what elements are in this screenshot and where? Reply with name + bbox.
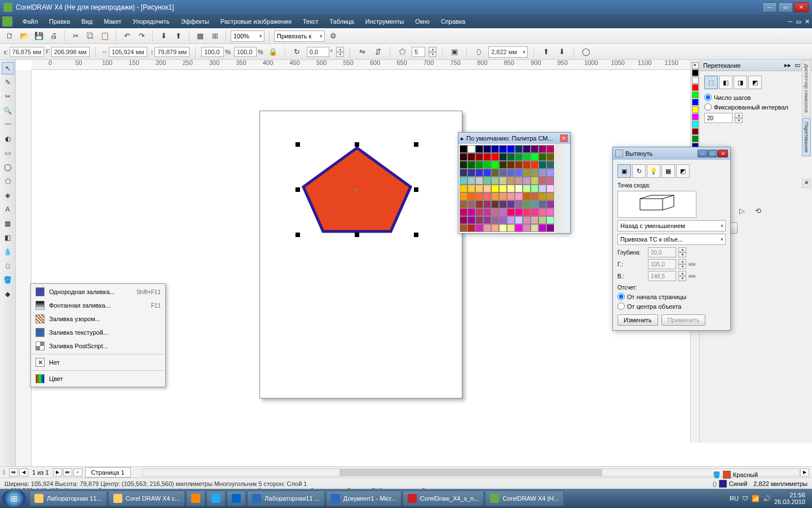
color-swatch[interactable] bbox=[460, 208, 467, 216]
undo-button[interactable]: ↶ bbox=[121, 30, 133, 42]
color-swatch[interactable] bbox=[531, 185, 539, 192]
color-swatch[interactable] bbox=[483, 145, 491, 153]
color-swatch[interactable] bbox=[531, 161, 539, 169]
color-swatch[interactable] bbox=[539, 145, 546, 153]
x-field[interactable]: 76,875 мм bbox=[10, 47, 45, 57]
color-swatch[interactable] bbox=[546, 216, 554, 224]
extrude-max-button[interactable]: ▭ bbox=[708, 150, 718, 157]
color-swatch[interactable] bbox=[499, 177, 507, 185]
extrude-min-button[interactable]: ─ bbox=[698, 150, 708, 157]
color-swatch[interactable] bbox=[483, 216, 491, 224]
mirror-v-button[interactable]: ⇵ bbox=[372, 46, 384, 58]
add-page-button[interactable]: + bbox=[73, 468, 82, 476]
next-page-button[interactable]: ▶ bbox=[53, 468, 62, 476]
color-swatch[interactable] bbox=[499, 145, 507, 153]
steps-radio[interactable] bbox=[704, 94, 712, 101]
colorbar-swatch[interactable] bbox=[692, 99, 699, 106]
vertical-ruler[interactable] bbox=[16, 70, 32, 466]
colorbar-swatch[interactable] bbox=[692, 128, 699, 135]
taskbar-item-1[interactable]: Corel DRAW X4 c... bbox=[108, 491, 186, 506]
taskbar-item-0[interactable]: Лабораторная 11... bbox=[29, 491, 107, 506]
color-swatch[interactable] bbox=[515, 216, 523, 224]
color-swatch[interactable] bbox=[475, 208, 483, 216]
color-swatch[interactable] bbox=[491, 177, 499, 185]
blend-steps-tab[interactable]: ⬚ bbox=[704, 76, 718, 89]
first-page-button[interactable]: ⏮ bbox=[9, 468, 18, 476]
taskbar-item-6[interactable]: Документ1 - Micr... bbox=[326, 491, 401, 506]
color-swatch[interactable] bbox=[515, 153, 523, 161]
tray-network-icon[interactable]: 📶 bbox=[752, 495, 760, 502]
color-swatch[interactable] bbox=[507, 224, 515, 232]
fixed-radio[interactable] bbox=[704, 103, 712, 111]
color-swatch[interactable] bbox=[499, 208, 507, 216]
outline-width-combo[interactable]: 2,822 мм bbox=[488, 46, 528, 58]
menu-effects[interactable]: Эффекты bbox=[175, 16, 215, 27]
interactive-fill-tool[interactable]: ◆ bbox=[2, 288, 14, 300]
zoom-combo[interactable]: 100% bbox=[231, 30, 264, 42]
menu-bitmaps[interactable]: Растровые изображения bbox=[215, 16, 297, 27]
mirror-h-button[interactable]: ⇋ bbox=[356, 46, 368, 58]
color-swatch[interactable] bbox=[523, 161, 531, 169]
color-swatch[interactable] bbox=[515, 145, 523, 153]
color-swatch[interactable] bbox=[499, 200, 507, 208]
color-swatch[interactable] bbox=[523, 177, 531, 185]
selection-handle-n[interactable] bbox=[355, 142, 359, 147]
side-tab-blend[interactable]: Перетекание bbox=[802, 118, 811, 156]
outline-tool[interactable]: ⬯ bbox=[2, 260, 14, 272]
color-swatch[interactable] bbox=[467, 169, 475, 177]
selection-handle-sw[interactable] bbox=[295, 233, 300, 237]
menu-tools[interactable]: Инструменты bbox=[360, 16, 410, 27]
color-swatch[interactable] bbox=[539, 224, 546, 232]
app-launcher-button[interactable]: ▦ bbox=[194, 30, 206, 42]
color-swatch[interactable] bbox=[460, 192, 467, 200]
scale-x-field[interactable]: 100,0 bbox=[201, 47, 224, 57]
taskbar-item-5[interactable]: Лабораторная11 ... bbox=[247, 491, 325, 506]
colorbar-swatch[interactable] bbox=[692, 106, 699, 113]
pattern-fill-item[interactable]: Заливка узором... bbox=[31, 312, 165, 326]
color-swatch[interactable] bbox=[467, 192, 475, 200]
color-swatch[interactable] bbox=[515, 208, 523, 216]
extrude-light-tab[interactable]: 💡 bbox=[647, 164, 660, 178]
selection-handle-nw[interactable] bbox=[295, 142, 300, 147]
mdi-minimize-button[interactable]: ─ bbox=[788, 18, 792, 25]
color-swatch[interactable] bbox=[515, 161, 523, 169]
color-swatch[interactable] bbox=[531, 177, 539, 185]
y-field[interactable]: 206,998 мм bbox=[51, 47, 90, 57]
palette-close-button[interactable]: ✕ bbox=[560, 134, 568, 142]
color-swatch[interactable] bbox=[539, 208, 546, 216]
export-button[interactable]: ⬆ bbox=[172, 30, 184, 42]
color-swatch[interactable] bbox=[546, 185, 554, 192]
interactive-tool[interactable]: ◧ bbox=[2, 231, 14, 244]
color-swatch[interactable] bbox=[467, 185, 475, 192]
convert-curves-button[interactable]: ◯ bbox=[580, 46, 592, 58]
color-swatch[interactable] bbox=[460, 200, 467, 208]
width-field[interactable]: 105,924 мм bbox=[109, 47, 147, 57]
smart-fill-tool[interactable]: ◐ bbox=[2, 133, 14, 145]
sides-spinner[interactable]: ▴▾ bbox=[429, 47, 436, 57]
colorbar-swatch[interactable] bbox=[692, 69, 699, 76]
ref-page-radio[interactable] bbox=[617, 293, 625, 300]
color-swatch[interactable] bbox=[460, 169, 467, 177]
colorbar-swatch[interactable] bbox=[692, 113, 699, 120]
color-swatch[interactable] bbox=[483, 192, 491, 200]
menu-arrange[interactable]: Упорядочить bbox=[127, 16, 175, 27]
color-swatch[interactable] bbox=[531, 216, 539, 224]
color-swatch[interactable] bbox=[475, 161, 483, 169]
taskbar-item-8[interactable]: CorelDRAW X4 (Н... bbox=[485, 491, 564, 506]
table-tool[interactable]: ▦ bbox=[2, 217, 14, 230]
vanish-v-spinner[interactable]: ▴▾ bbox=[678, 271, 686, 281]
color-swatch[interactable] bbox=[507, 216, 515, 224]
color-swatch[interactable] bbox=[491, 145, 499, 153]
extrude-lock-combo[interactable]: Привязка ТС к объе... bbox=[617, 234, 726, 245]
color-swatch[interactable] bbox=[483, 200, 491, 208]
side-tab-symbols[interactable]: Диспетчер символов bbox=[802, 60, 811, 117]
extrude-rotate-tab[interactable]: ↻ bbox=[632, 164, 646, 178]
freehand-tool[interactable]: 〰 bbox=[2, 119, 14, 131]
crop-tool[interactable]: ✂ bbox=[2, 90, 14, 103]
color-swatch[interactable] bbox=[523, 145, 531, 153]
side-tab-close-icon[interactable]: ✕ bbox=[802, 179, 811, 188]
copy-button[interactable]: ⿻ bbox=[84, 30, 96, 42]
color-swatch[interactable] bbox=[491, 192, 499, 200]
color-swatch[interactable] bbox=[546, 169, 554, 177]
color-swatch[interactable] bbox=[483, 208, 491, 216]
